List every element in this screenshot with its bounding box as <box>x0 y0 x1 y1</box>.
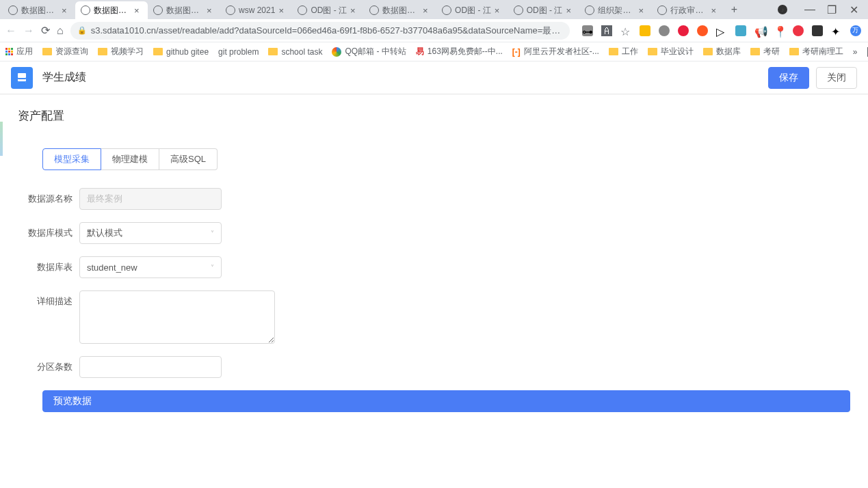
row-datasource: 数据源名称 最终案例 <box>18 188 850 210</box>
ext-icon[interactable] <box>793 25 804 36</box>
desc-label: 详细描述 <box>18 290 79 308</box>
globe-icon <box>514 5 523 15</box>
close-icon[interactable]: × <box>711 5 719 16</box>
ext-icon[interactable]: 📍 <box>774 25 785 36</box>
url-text: s3.sdata1010.cn/asset/readable/add?dataS… <box>91 25 563 37</box>
close-button[interactable]: 关闭 <box>816 67 857 89</box>
bookmark-item[interactable]: github gitee <box>153 47 209 57</box>
globe-icon <box>8 5 18 15</box>
tab-strip: 数据图书馆× 数据图书馆× 数据图书馆× wsw 2021× OD图 - 江× … <box>0 0 868 19</box>
media-icon[interactable]: ♪ <box>778 5 787 14</box>
close-icon[interactable]: × <box>134 5 142 16</box>
bookmark-item[interactable]: 毕业设计 <box>648 46 694 57</box>
datasource-input: 最终案例 <box>79 188 222 210</box>
bookmark-item[interactable]: 考研 <box>750 46 780 57</box>
browser-chrome: 数据图书馆× 数据图书馆× 数据图书馆× wsw 2021× OD图 - 江× … <box>0 0 868 62</box>
close-icon[interactable]: × <box>350 5 358 16</box>
home-icon[interactable]: ⌂ <box>57 25 64 37</box>
ext-icon[interactable] <box>812 25 823 36</box>
forward-icon[interactable]: → <box>23 25 34 37</box>
window-close-icon[interactable]: ✕ <box>849 5 858 14</box>
browser-tab[interactable]: 数据图书馆× <box>3 1 75 19</box>
globe-icon <box>657 5 667 15</box>
row-schema: 数据库模式 默认模式 ˅ <box>18 222 850 244</box>
bookmarks-bar: 应用 资源查询 视频学习 github gitee git problem sc… <box>0 42 868 62</box>
close-icon[interactable]: × <box>278 5 287 16</box>
maximize-icon[interactable]: ❐ <box>827 5 837 14</box>
ext-icon[interactable] <box>735 25 746 36</box>
row-description: 详细描述 <box>18 290 850 344</box>
browser-tab[interactable]: OD图 - 江× <box>508 1 580 19</box>
tab-model-collect[interactable]: 模型采集 <box>42 148 101 170</box>
close-icon[interactable]: × <box>638 5 646 16</box>
ext-icon[interactable]: ⊶ <box>582 25 593 36</box>
globe-icon <box>442 5 451 15</box>
ext-icon[interactable] <box>678 25 689 36</box>
close-icon[interactable]: × <box>423 5 431 16</box>
page-title: 学生成绩 <box>42 70 86 85</box>
bookmark-overflow[interactable]: » <box>853 47 858 57</box>
extension-icons: ⊶ 🅰 ☆ ▷ 📢 📍 ✦ 万 ⋮ <box>582 25 868 36</box>
bookmark-item[interactable]: 资源查询 <box>42 46 88 57</box>
extensions-icon[interactable]: ✦ <box>831 25 842 36</box>
back-icon[interactable]: ← <box>5 25 16 37</box>
row-table: 数据库表 student_new ˅ <box>18 256 850 278</box>
desc-textarea[interactable] <box>79 290 275 344</box>
ext-icon[interactable] <box>697 25 708 36</box>
close-icon[interactable]: × <box>207 5 215 16</box>
browser-tab[interactable]: 数据图书馆× <box>148 1 220 19</box>
close-icon[interactable]: × <box>495 5 503 16</box>
ext-icon[interactable]: 📢 <box>754 25 765 36</box>
star-icon[interactable]: ☆ <box>620 25 631 36</box>
bookmark-item[interactable]: 视频学习 <box>98 46 144 57</box>
bookmark-item[interactable]: 易163网易免费邮--中... <box>416 46 503 57</box>
apps-bookmark[interactable]: 应用 <box>5 46 33 57</box>
tab-advanced-sql[interactable]: 高级SQL <box>159 148 218 170</box>
bookmark-item[interactable]: school task <box>268 47 322 57</box>
browser-tab[interactable]: 数据图书馆× <box>364 1 436 19</box>
address-bar[interactable]: 🔒 s3.sdata1010.cn/asset/readable/add?dat… <box>70 22 570 40</box>
profile-icon[interactable]: 万 <box>850 25 861 36</box>
table-select[interactable]: student_new ˅ <box>79 256 222 278</box>
bookmark-item[interactable]: 工作 <box>609 46 638 57</box>
browser-tab[interactable]: 行政审批图× <box>652 1 724 19</box>
browser-tab[interactable]: OD图 - 江× <box>292 1 364 19</box>
ext-icon[interactable] <box>659 25 670 36</box>
globe-icon <box>226 5 235 15</box>
section-title: 资产配置 <box>18 108 850 124</box>
bookmark-item[interactable]: 考研南理工 <box>789 46 843 57</box>
close-icon[interactable]: × <box>566 5 574 16</box>
browser-tab[interactable]: 组织架构 -× <box>579 1 652 19</box>
bookmark-item[interactable]: git problem <box>218 47 259 57</box>
partition-input[interactable] <box>79 356 222 378</box>
ext-icon[interactable] <box>640 25 650 36</box>
bookmark-item[interactable]: [-]阿里云开发者社区-... <box>512 46 599 57</box>
tab-physical-model[interactable]: 物理建模 <box>101 148 159 170</box>
ext-icon[interactable]: ▷ <box>716 25 727 36</box>
globe-icon <box>298 5 307 15</box>
content-area: 资产配置 模型采集 物理建模 高级SQL 数据源名称 最终案例 数据库模式 默认… <box>0 94 868 426</box>
browser-tab[interactable]: 数据图书馆× <box>75 1 148 19</box>
translate-icon[interactable]: 🅰 <box>601 25 612 36</box>
bookmark-item[interactable]: 数据库 <box>703 46 741 57</box>
save-button[interactable]: 保存 <box>768 67 809 89</box>
globe-icon <box>369 5 379 15</box>
globe-icon <box>81 5 90 15</box>
bookmark-item[interactable]: QQ邮箱 - 中转站 <box>332 46 406 57</box>
side-handle[interactable] <box>0 122 3 156</box>
browser-toolbar: ← → ⟳ ⌂ 🔒 s3.sdata1010.cn/asset/readable… <box>0 19 868 42</box>
config-tabs: 模型采集 物理建模 高级SQL <box>42 148 850 170</box>
new-tab-button[interactable]: + <box>724 0 744 19</box>
globe-icon <box>585 5 594 15</box>
close-icon[interactable]: × <box>62 5 70 16</box>
schema-select[interactable]: 默认模式 ˅ <box>79 222 222 244</box>
row-partition: 分区条数 <box>18 356 850 378</box>
partition-label: 分区条数 <box>18 356 79 373</box>
browser-tab[interactable]: OD图 - 江× <box>436 1 508 19</box>
browser-tab[interactable]: wsw 2021× <box>220 1 292 19</box>
window-controls: ♪ — ❐ ✕ <box>778 5 865 14</box>
reload-icon[interactable]: ⟳ <box>41 25 50 37</box>
minimize-icon[interactable]: — <box>805 5 815 14</box>
chevron-down-icon: ˅ <box>211 230 214 237</box>
preview-data-button[interactable]: 预览数据 <box>42 390 850 412</box>
